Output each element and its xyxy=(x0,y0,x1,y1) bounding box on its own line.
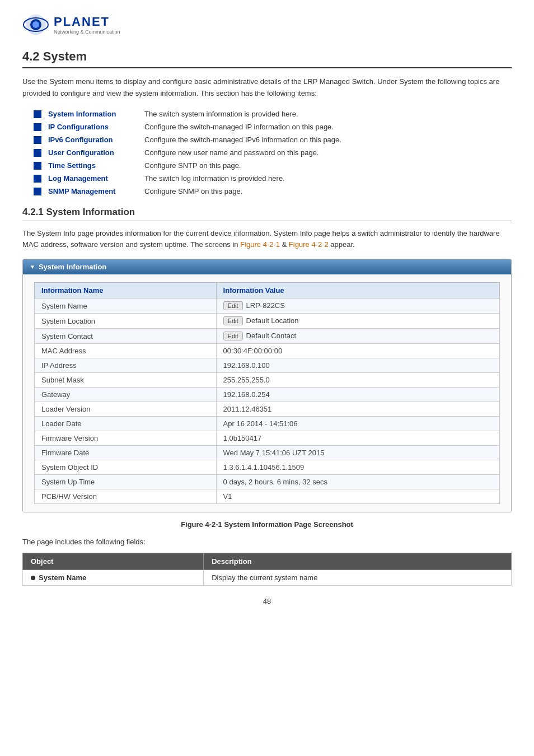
menu-list: System Information The switch system inf… xyxy=(34,110,512,195)
table-row: System Name EditLRP-822CS xyxy=(35,298,500,314)
menu-bullet-icon xyxy=(34,136,41,144)
menu-item-label[interactable]: System Information xyxy=(48,110,138,118)
menu-item: IPv6 Configuration Configure the switch-… xyxy=(34,136,512,144)
figure-link-2[interactable]: Figure 4-2-2 xyxy=(289,240,329,249)
fields-col-object: Object xyxy=(23,553,204,570)
figure-caption-text: Figure 4-2-1 System Information Page Scr… xyxy=(181,520,353,529)
fields-intro: The page includes the following fields: xyxy=(22,538,512,546)
sys-info-body: Information Name Information Value Syste… xyxy=(23,274,511,512)
panel-arrow-icon: ▼ xyxy=(30,264,35,270)
table-row: System Up Time 0 days, 2 hours, 6 mins, … xyxy=(35,475,500,489)
figure-caption: Figure 4-2-1 System Information Page Scr… xyxy=(22,520,512,529)
info-name-cell: System Location xyxy=(35,314,217,329)
info-name-cell: System Name xyxy=(35,298,217,314)
fields-object-cell: System Name xyxy=(23,570,204,586)
menu-item-desc: Configure SNMP on this page. xyxy=(144,187,242,195)
info-value-cell: Wed May 7 15:41:06 UZT 2015 xyxy=(216,446,499,460)
menu-item: SNMP Management Configure SNMP on this p… xyxy=(34,187,512,195)
section-intro: Use the System menu items to display and… xyxy=(22,76,512,100)
fields-table: Object Description System Name Display t… xyxy=(22,553,512,586)
info-value-cell: 2011.12.46351 xyxy=(216,402,499,417)
edit-button[interactable]: Edit xyxy=(223,301,243,310)
info-value-cell: 192.168.0.100 xyxy=(216,358,499,373)
menu-bullet-icon xyxy=(34,175,41,183)
info-value-cell: 192.168.0.254 xyxy=(216,388,499,402)
menu-item: Time Settings Configure SNTP on this pag… xyxy=(34,161,512,170)
planet-logo-icon xyxy=(22,11,49,38)
page-number: 48 xyxy=(22,597,512,605)
menu-item-label[interactable]: User Configuration xyxy=(48,148,138,157)
menu-item: IP Configurations Configure the switch-m… xyxy=(34,123,512,131)
table-row: System Object ID 1.3.6.1.4.1.10456.1.150… xyxy=(35,460,500,475)
fields-col-description: Description xyxy=(204,553,512,570)
sys-info-header: ▼ System Information xyxy=(23,259,511,274)
menu-bullet-icon xyxy=(34,188,41,195)
table-row: Subnet Mask 255.255.255.0 xyxy=(35,373,500,388)
info-name-cell: PCB/HW Version xyxy=(35,489,217,504)
info-value-cell: 255.255.255.0 xyxy=(216,373,499,388)
menu-item-desc: The switch system information is provide… xyxy=(144,110,298,118)
info-col-name: Information Name xyxy=(35,283,217,298)
info-name-cell: Firmware Date xyxy=(35,446,217,460)
subsection-title: 4.2.1 System Information xyxy=(22,207,512,221)
menu-item: System Information The switch system inf… xyxy=(34,110,512,118)
svg-point-3 xyxy=(32,21,39,28)
info-name-cell: Gateway xyxy=(35,388,217,402)
logo-box: PLANET Networking & Communication xyxy=(22,11,120,38)
info-name-cell: System Contact xyxy=(35,329,217,344)
info-table: Information Name Information Value Syste… xyxy=(34,282,500,504)
menu-bullet-icon xyxy=(34,110,41,118)
menu-item-label[interactable]: IPv6 Configuration xyxy=(48,136,138,144)
logo-area: PLANET Networking & Communication xyxy=(22,11,512,38)
info-name-cell: Subnet Mask xyxy=(35,373,217,388)
table-row: Firmware Version 1.0b150417 xyxy=(35,431,500,446)
menu-bullet-icon xyxy=(34,123,41,131)
table-row: System Location EditDefault Location xyxy=(35,314,500,329)
sys-info-panel: ▼ System Information Information Name In… xyxy=(22,259,512,512)
table-row: Loader Date Apr 16 2014 - 14:51:06 xyxy=(35,417,500,431)
table-row: System Name Display the current system n… xyxy=(23,570,512,586)
info-value-cell: 1.0b150417 xyxy=(216,431,499,446)
table-row: Loader Version 2011.12.46351 xyxy=(35,402,500,417)
table-row: MAC Address 00:30:4F:00:00:00 xyxy=(35,344,500,358)
menu-item-label[interactable]: SNMP Management xyxy=(48,187,138,195)
table-row: System Contact EditDefault Contact xyxy=(35,329,500,344)
edit-button[interactable]: Edit xyxy=(223,332,243,340)
info-name-cell: MAC Address xyxy=(35,344,217,358)
info-name-cell: Loader Version xyxy=(35,402,217,417)
table-row: IP Address 192.168.0.100 xyxy=(35,358,500,373)
menu-item-desc: Configure the switch-managed IP informat… xyxy=(144,123,334,131)
info-value-cell: 0 days, 2 hours, 6 mins, 32 secs xyxy=(216,475,499,489)
table-row: Gateway 192.168.0.254 xyxy=(35,388,500,402)
subsection-intro-part2: appear. xyxy=(329,240,355,249)
info-value-cell: V1 xyxy=(216,489,499,504)
menu-bullet-icon xyxy=(34,149,41,157)
fields-desc-cell: Display the current system name xyxy=(204,570,512,586)
subsection-intro: The System Info page provides informatio… xyxy=(22,228,512,251)
info-value-cell: Apr 16 2014 - 14:51:06 xyxy=(216,417,499,431)
menu-item-desc: Configure SNTP on this page. xyxy=(144,161,241,170)
info-name-cell: IP Address xyxy=(35,358,217,373)
table-row: PCB/HW Version V1 xyxy=(35,489,500,504)
sys-info-header-label: System Information xyxy=(39,263,106,271)
menu-item-desc: Configure the switch-managed IPv6 inform… xyxy=(144,136,341,144)
info-name-cell: Firmware Version xyxy=(35,431,217,446)
figure-link-1[interactable]: Figure 4-2-1 xyxy=(240,240,280,249)
info-value-cell: EditLRP-822CS xyxy=(216,298,499,314)
info-name-cell: System Up Time xyxy=(35,475,217,489)
menu-item-label[interactable]: IP Configurations xyxy=(48,123,138,131)
info-name-cell: System Object ID xyxy=(35,460,217,475)
info-value-cell: 1.3.6.1.4.1.10456.1.1509 xyxy=(216,460,499,475)
info-value-cell: EditDefault Contact xyxy=(216,329,499,344)
logo-text: PLANET Networking & Communication xyxy=(54,15,120,35)
menu-item-label[interactable]: Time Settings xyxy=(48,161,138,170)
menu-item-label[interactable]: Log Management xyxy=(48,174,138,183)
edit-button[interactable]: Edit xyxy=(223,316,243,325)
table-row: Firmware Date Wed May 7 15:41:06 UZT 201… xyxy=(35,446,500,460)
info-col-value: Information Value xyxy=(216,283,499,298)
bullet-icon xyxy=(31,576,35,580)
info-value-cell: EditDefault Location xyxy=(216,314,499,329)
menu-item: Log Management The switch log informatio… xyxy=(34,174,512,183)
subsection-intro-middle: & xyxy=(280,240,289,249)
info-name-cell: Loader Date xyxy=(35,417,217,431)
